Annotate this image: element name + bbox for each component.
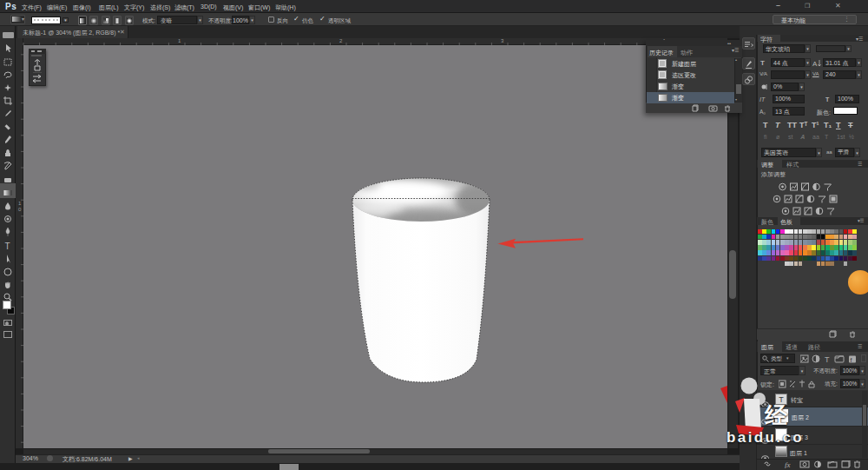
svg-text:T: T [5, 242, 10, 251]
svg-text:f: f [851, 357, 852, 363]
svg-text:T: T [825, 355, 830, 363]
svg-text:fx: fx [785, 460, 791, 468]
svg-text:A: A [812, 60, 818, 67]
